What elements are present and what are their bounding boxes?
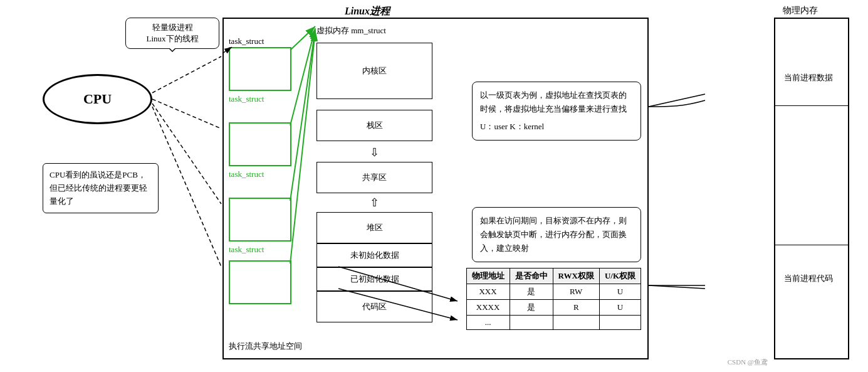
- col-header-uk: U/K权限: [599, 268, 641, 284]
- task-box-1: [229, 122, 291, 166]
- task-box-2: [229, 198, 291, 242]
- cpu-note: CPU看到的虽说还是PCB，但已经比传统的进程要更轻量化了: [43, 163, 159, 213]
- info-box-1-note: U：user K：kernel: [480, 120, 633, 134]
- task-label-top: task_struct: [229, 36, 264, 46]
- bubble-line1: 轻量级进程: [132, 22, 212, 33]
- phys-mem-title: 物理内存: [783, 5, 818, 16]
- svg-line-6: [152, 107, 221, 267]
- vmem-init: 已初始化数据: [316, 267, 432, 291]
- main-container: Linux进程 CPU 轻量级进程 Linux下的线程 CPU看到的虽说还是PC…: [0, 0, 868, 372]
- task-box-label-2: task_struct: [229, 245, 264, 255]
- vmem-arrow-up: ⇧: [316, 194, 432, 210]
- bubble-line2: Linux下的线程: [132, 33, 212, 45]
- vmem-shared: 共享区: [316, 162, 432, 193]
- watermark: CSDN @鱼鸢: [728, 358, 768, 367]
- svg-line-15: [649, 285, 705, 289]
- cpu-label: CPU: [83, 91, 112, 107]
- table-row: ...: [466, 316, 641, 330]
- info-box-2-text: 如果在访问期间，目标资源不在内存，则会触发缺页中断，进行内存分配，页面换入，建立…: [480, 214, 633, 255]
- col-header-addr: 物理地址: [466, 268, 510, 284]
- task-box-label-1: task_struct: [229, 169, 264, 179]
- phys-divider-2: [774, 245, 849, 245]
- phys-data-label: 当前进程数据: [774, 72, 843, 83]
- svg-line-5: [152, 104, 221, 204]
- col-header-hit: 是否命中: [510, 268, 553, 284]
- vmem-heap: 堆区: [316, 212, 432, 243]
- diagram-box: task_struct task_struct task_struct task…: [222, 18, 649, 359]
- svg-line-3: [152, 56, 221, 93]
- vmem-kernel: 内核区: [316, 43, 432, 99]
- table-row: XXX 是 RW U: [466, 284, 641, 300]
- info-box-2: 如果在访问期间，目标资源不在内存，则会触发缺页中断，进行内存分配，页面换入，建立…: [472, 207, 641, 262]
- vmem-stack: 栈区: [316, 110, 432, 141]
- task-box-3: [229, 260, 291, 304]
- table-row: XXXX 是 R U: [466, 300, 641, 316]
- svg-line-14: [649, 94, 705, 107]
- task-box-0: [229, 47, 291, 91]
- vmem-arrow-down: ⇩: [316, 144, 432, 160]
- cpu-note-text: CPU看到的虽说还是PCB，但已经比传统的进程要更轻量化了: [50, 170, 147, 206]
- cpu-ellipse: CPU: [43, 74, 152, 124]
- info-box-1: 以一级页表为例，虚拟地址在查找页表的时候，将虚拟地址充当偏移量来进行查找 U：u…: [472, 82, 641, 141]
- col-header-rwx: RWX权限: [553, 268, 599, 284]
- vmem-code: 代码区: [316, 291, 432, 322]
- phys-code-label: 当前进程代码: [774, 273, 843, 284]
- info-box-1-text: 以一级页表为例，虚拟地址在查找页表的时候，将虚拟地址充当偏移量来进行查找: [480, 88, 633, 116]
- vmem-uninit: 未初始化数据: [316, 243, 432, 267]
- shared-label: 执行流共享地址空间: [229, 341, 302, 352]
- phys-mem-box: [774, 18, 849, 359]
- task-box-label-0: task_struct: [229, 94, 264, 104]
- bubble-lightweight: 轻量级进程 Linux下的线程: [125, 18, 219, 49]
- vmem-title: 虚拟内存 mm_struct: [316, 25, 386, 36]
- page-table: 物理地址 是否命中 RWX权限 U/K权限 XXX 是 RW U XXXX 是 …: [466, 268, 641, 330]
- svg-line-4: [152, 99, 221, 129]
- page-title: Linux进程: [345, 5, 390, 18]
- phys-divider-1: [774, 105, 849, 106]
